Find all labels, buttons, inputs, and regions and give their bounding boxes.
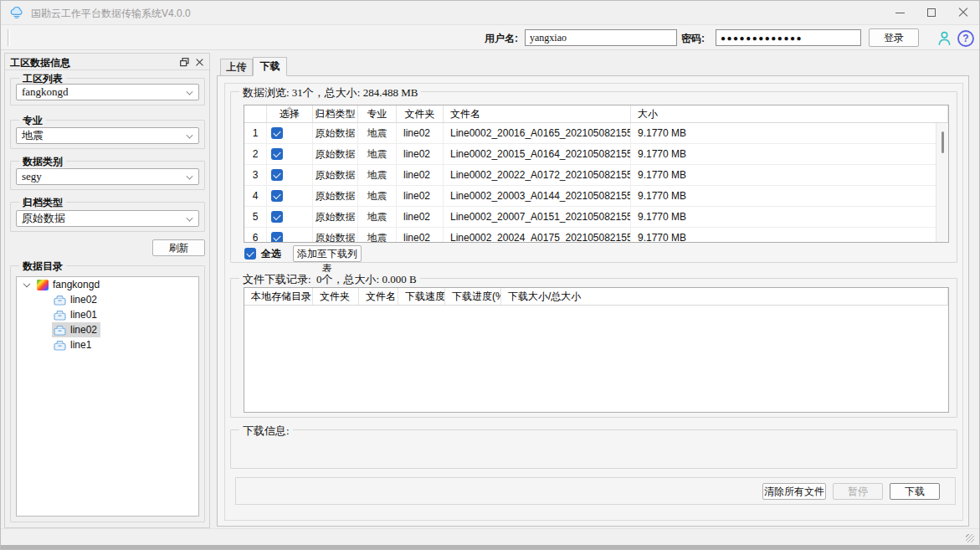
- select-cell: [267, 207, 313, 227]
- table-row[interactable]: 6原始数据地震line02Line0002_20024_A0175_202105…: [244, 228, 948, 243]
- colormap-icon: [37, 280, 49, 290]
- tree-item[interactable]: line02: [17, 292, 198, 307]
- table-row[interactable]: 1原始数据地震line02Line0002_20016_A0165_202105…: [244, 123, 948, 144]
- column-header[interactable]: 选择: [267, 105, 313, 122]
- major-dropdown[interactable]: 地震: [16, 127, 199, 144]
- table-cell: 原始数据: [313, 207, 358, 227]
- tree-item[interactable]: line01: [17, 307, 198, 322]
- group-download-info: 下载信息:: [230, 429, 957, 469]
- table-cell: 1: [244, 123, 267, 143]
- maximize-icon: [927, 8, 936, 17]
- row-number-header[interactable]: [244, 105, 267, 122]
- clear-all-files-button[interactable]: 清除所有文件: [762, 483, 826, 500]
- column-header[interactable]: 文件名: [359, 288, 398, 305]
- table-row[interactable]: 2原始数据地震line02Line0002_20015_A0164_202105…: [244, 144, 948, 165]
- tree-item[interactable]: line1: [17, 337, 198, 352]
- archivetype-dropdown[interactable]: 原始数据: [16, 210, 199, 227]
- row-checkbox[interactable]: [271, 232, 283, 243]
- close-icon: [958, 8, 968, 18]
- row-checkbox[interactable]: [271, 169, 283, 181]
- table-cell: 2: [244, 144, 267, 164]
- browse-header-row: 选择归档类型专业文件夹文件名大小: [244, 105, 948, 123]
- select-cell: [267, 123, 313, 143]
- table-cell: 6: [244, 228, 267, 243]
- login-button[interactable]: 登录: [869, 28, 919, 47]
- table-cell: line02: [397, 207, 444, 227]
- pane-inner-frame: 数据浏览: 31个，总大小: 284.488 MB 选择归档类型专业文件夹文件名…: [224, 83, 963, 521]
- column-header[interactable]: 下载进度(%): [445, 288, 501, 305]
- scrollbar-thumb[interactable]: [942, 131, 944, 153]
- column-header[interactable]: 归档类型: [313, 105, 358, 122]
- table-cell: Line0002_20022_A0172_20210508215500.sgy: [444, 165, 631, 185]
- password-input[interactable]: ●●●●●●●●●●●●●: [716, 29, 861, 46]
- data-directory-tree[interactable]: fangkongd line02line01line02line1: [16, 276, 199, 517]
- dock-close-button[interactable]: [193, 56, 206, 69]
- column-header[interactable]: 下载大小/总大小: [501, 288, 948, 305]
- tree-expander-icon[interactable]: [23, 280, 30, 286]
- group-major-label: 专业: [19, 114, 46, 128]
- refresh-button[interactable]: 刷新: [152, 239, 205, 256]
- column-header[interactable]: 文件名: [444, 105, 631, 122]
- toolbar-handle[interactable]: [8, 29, 10, 46]
- table-cell: 原始数据: [313, 165, 358, 185]
- column-header[interactable]: 文件夹: [397, 105, 444, 122]
- add-to-download-list-button[interactable]: 添加至下载列表: [293, 245, 362, 262]
- tab-upload[interactable]: 上传: [220, 59, 253, 75]
- column-header[interactable]: 文件夹: [313, 288, 359, 305]
- row-checkbox[interactable]: [271, 127, 283, 139]
- tab-download[interactable]: 下载: [253, 57, 287, 76]
- tree-item[interactable]: line02: [17, 322, 198, 337]
- username-input[interactable]: yangxiao: [525, 29, 677, 46]
- user-account-icon[interactable]: [935, 28, 954, 48]
- download-tab-pane: 数据浏览: 31个，总大小: 284.488 MB 选择归档类型专业文件夹文件名…: [217, 75, 969, 527]
- group-data-directory: 数据目录 fangkongd line02line01line02line1: [10, 265, 205, 522]
- table-cell: 地震: [358, 228, 397, 243]
- table-cell: 9.1770 MB: [631, 144, 948, 164]
- select-all-checkbox[interactable]: [244, 248, 256, 260]
- group-datatype-label: 数据类别: [19, 155, 66, 169]
- row-checkbox[interactable]: [271, 148, 283, 160]
- select-cell: [267, 144, 313, 164]
- group-datatype: 数据类别 segy: [10, 161, 205, 190]
- chevron-down-icon: [187, 173, 193, 180]
- row-checkbox[interactable]: [271, 190, 283, 202]
- vertical-scrollbar[interactable]: [936, 123, 948, 242]
- select-all-label: 全选: [261, 247, 281, 261]
- dock-title: 工区数据信息: [10, 56, 70, 70]
- tree-root-item[interactable]: fangkongd: [17, 277, 198, 292]
- maximize-button[interactable]: [916, 1, 947, 24]
- worklist-dropdown[interactable]: fangkongd: [16, 84, 199, 100]
- select-cell: [267, 186, 313, 206]
- row-checkbox[interactable]: [271, 211, 283, 223]
- group-archivetype-label: 归档类型: [19, 196, 66, 210]
- resize-grip[interactable]: [966, 534, 974, 542]
- help-icon[interactable]: ?: [956, 28, 975, 48]
- dock-float-button[interactable]: [178, 56, 191, 69]
- download-button[interactable]: 下载: [890, 483, 940, 500]
- table-cell: 5: [244, 207, 267, 227]
- table-cell: Line0002_20024_A0175_20210508215500.sgy: [444, 228, 631, 243]
- column-header[interactable]: 大小: [631, 105, 948, 122]
- table-cell: line02: [397, 144, 444, 164]
- tree-children: line02line01line02line1: [17, 292, 198, 352]
- table-cell: 地震: [358, 165, 397, 185]
- datatype-dropdown[interactable]: segy: [16, 168, 199, 185]
- username-label: 用户名:: [485, 32, 518, 46]
- archivetype-value: 原始数据: [22, 212, 65, 224]
- minimize-button[interactable]: [884, 1, 916, 24]
- title-bar[interactable]: 国勘云工作平台数据传输系统V4.0.0: [1, 1, 979, 24]
- major-value: 地震: [22, 129, 44, 141]
- column-header[interactable]: 下载速度: [398, 288, 445, 305]
- table-row[interactable]: 4原始数据地震line02Line0002_20003_A0144_202105…: [244, 186, 948, 207]
- close-button[interactable]: [947, 1, 979, 24]
- dock-header[interactable]: 工区数据信息: [5, 54, 209, 70]
- chevron-down-icon: [187, 215, 193, 222]
- window-title: 国勘云工作平台数据传输系统V4.0.0: [31, 7, 191, 21]
- column-header[interactable]: 本地存储目录: [244, 288, 313, 305]
- sort-indicator-icon: [286, 106, 293, 110]
- table-cell: line02: [397, 228, 444, 243]
- table-row[interactable]: 3原始数据地震line02Line0002_20022_A0172_202105…: [244, 165, 948, 186]
- column-header[interactable]: 专业: [358, 105, 397, 122]
- table-row[interactable]: 5原始数据地震line02Line0002_20007_A0151_202105…: [244, 207, 948, 228]
- table-cell: 地震: [358, 186, 397, 206]
